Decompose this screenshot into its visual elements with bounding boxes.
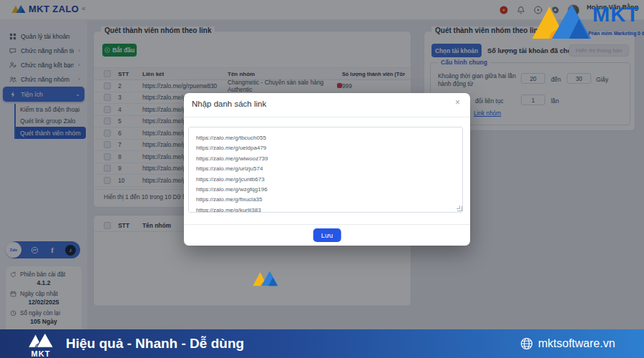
modal-divider-top [184, 117, 470, 117]
footer-website-text: mktsoftware.vn [538, 337, 615, 350]
link-list-modal: Nhập danh sách link × https://zalo.me/g/… [184, 93, 470, 246]
footer-logo: MKT Phần mềm Marketing 0 đồng [24, 332, 57, 358]
footer-bar: MKT Phần mềm Marketing 0 đồng Hiệu quả -… [0, 329, 644, 358]
modal-divider-bottom [184, 224, 470, 225]
footer-website[interactable]: mktsoftware.vn [520, 329, 615, 358]
app-window: MKT ZALO « ★ Hoàng Văn Bằng Quản lý tài … [0, 0, 644, 358]
save-button[interactable]: Lưu [313, 228, 341, 242]
close-icon[interactable]: × [455, 98, 460, 107]
link-list-textarea[interactable]: https://zalo.me/g/tbcuch055 https://zalo… [188, 127, 463, 213]
globe-icon [520, 337, 533, 350]
modal-title: Nhập danh sách link [192, 100, 266, 108]
footer-slogan: Hiệu quả - Nhanh - Dễ dùng [66, 329, 244, 358]
footer-logo-icon [26, 338, 55, 350]
footer-logo-text: MKT [24, 350, 57, 358]
